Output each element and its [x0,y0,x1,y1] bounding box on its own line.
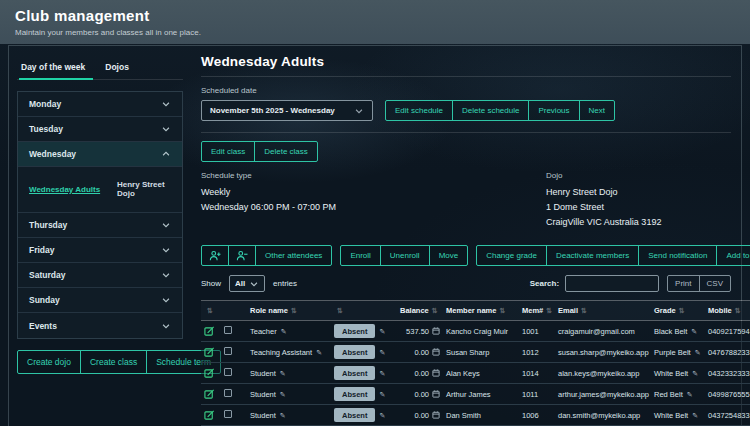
other-attendees-button[interactable]: Other attendees [256,246,331,265]
tab-dojos[interactable]: Dojos [103,58,131,79]
sort-icon[interactable]: ⇅ [337,307,343,314]
move-button[interactable]: Move [430,246,468,265]
table-header-row: ⇅Role name⇅⇅Balance⇅Member name⇅Mem#⇅Ema… [201,301,750,321]
day-item-monday[interactable]: Monday [18,92,182,117]
row-checkbox[interactable] [224,347,232,355]
edit-pencil-icon[interactable]: ✎ [695,349,701,356]
edit-attendance-icon[interactable] [204,389,218,400]
show-label: Show [201,279,221,288]
next-button[interactable]: Next [580,101,614,120]
column-header-grade[interactable]: Grade⇅ [651,301,705,321]
edit-pencil-icon[interactable]: ✎ [379,391,385,398]
tab-day-of-the-week[interactable]: Day of the week [19,58,87,79]
edit-pencil-icon[interactable]: ✎ [280,391,286,398]
sort-icon[interactable]: ⇅ [735,307,741,314]
edit-attendance-icon[interactable] [204,347,218,358]
day-item-thursday[interactable]: Thursday [18,213,182,238]
day-item-saturday[interactable]: Saturday [18,263,182,288]
mobile-value: 0409217594 [708,327,750,336]
sort-icon[interactable]: ⇅ [207,307,213,314]
attendance-status-button[interactable]: Absent [334,408,375,422]
grade-value: Red Belt [654,390,683,399]
change-grade-button[interactable]: Change grade [477,246,547,265]
entries-select[interactable]: All [229,275,265,292]
row-checkbox[interactable] [224,326,232,334]
day-item-tuesday[interactable]: Tuesday [18,117,182,142]
send-notification-button[interactable]: Send notification [639,246,717,265]
edit-attendance-icon[interactable] [204,368,218,379]
csv-button[interactable]: CSV [700,276,730,291]
row-checkbox[interactable] [224,410,232,418]
column-header-email[interactable]: Email⇅ [555,301,651,321]
column-header-balance[interactable]: Balance⇅ [397,301,443,321]
row-checkbox[interactable] [224,368,232,376]
day-item-wednesday[interactable]: Wednesday [18,142,182,167]
edit-pencil-icon[interactable]: ✎ [692,370,698,377]
attendance-status-button[interactable]: Absent [334,324,375,338]
edit-pencil-icon[interactable]: ✎ [316,349,322,356]
attendance-status-button[interactable]: Absent [334,387,375,401]
member-name-cell: Susan Sharp [443,342,519,363]
edit-pencil-icon[interactable]: ✎ [379,370,385,377]
edit-attendance-icon[interactable] [204,326,218,337]
column-label: Role name [250,306,288,315]
class-link[interactable]: Wednesday Adults [29,185,117,194]
sort-icon[interactable]: ⇅ [432,307,438,314]
sort-icon[interactable]: ⇅ [499,307,505,314]
invoices-icon[interactable] [429,390,440,399]
edit-attendance-icon[interactable] [204,410,218,421]
invoices-icon[interactable] [429,348,440,357]
person-minus-icon[interactable] [229,246,256,265]
toolbar-group: EnrollUnenrollMove [340,245,468,266]
day-accordion: MondayTuesdayWednesdayWednesday AdultsHe… [17,91,183,339]
column-header-blank[interactable]: ⇅ [331,301,397,321]
create-dojo-button[interactable]: Create dojo [18,351,81,373]
edit-pencil-icon[interactable]: ✎ [280,412,286,419]
scheduled-date-select[interactable]: November 5th 2025 - Wednesday [201,100,373,121]
edit-pencil-icon[interactable]: ✎ [687,391,693,398]
day-item-friday[interactable]: Friday [18,238,182,263]
edit-pencil-icon[interactable]: ✎ [280,370,286,377]
edit-pencil-icon[interactable]: ✎ [692,412,698,419]
unenroll-button[interactable]: Unenroll [381,246,430,265]
delete-class-button[interactable]: Delete class [255,142,317,161]
edit-class-button[interactable]: Edit class [202,142,255,161]
print-button[interactable]: Print [668,276,699,291]
sort-icon[interactable]: ⇅ [581,307,587,314]
invoices-icon[interactable] [429,411,440,420]
person-plus-icon[interactable] [202,246,229,265]
scheduled-date-label: Scheduled date [201,86,731,95]
column-header-mobile[interactable]: Mobile⇅ [705,301,750,321]
add-to-event-button[interactable]: Add to event [717,246,750,265]
mobile-value: 0499876555 [708,390,750,399]
delete-schedule-button[interactable]: Delete schedule [453,101,529,120]
edit-schedule-button[interactable]: Edit schedule [386,101,453,120]
invoices-icon[interactable] [429,369,440,378]
edit-pencil-icon[interactable]: ✎ [281,328,287,335]
previous-button[interactable]: Previous [529,101,579,120]
column-header-mem-[interactable]: Mem#⇅ [519,301,555,321]
enroll-button[interactable]: Enroll [341,246,380,265]
table-row: Teacher✎Absent✎537.50Kancho Craig Muir10… [201,321,750,342]
sort-icon[interactable]: ⇅ [679,307,685,314]
column-header-member-name[interactable]: Member name⇅ [443,301,519,321]
edit-pencil-icon[interactable]: ✎ [379,328,385,335]
deactivate-members-button[interactable]: Deactivate members [547,246,639,265]
sort-icon[interactable]: ⇅ [546,307,552,314]
invoices-icon[interactable] [429,327,440,336]
day-item-events[interactable]: Events [18,313,182,338]
day-label: Friday [29,245,55,255]
row-checkbox[interactable] [224,389,232,397]
create-class-button[interactable]: Create class [81,351,147,373]
edit-pencil-icon[interactable]: ✎ [379,349,385,356]
attendance-status-button[interactable]: Absent [334,366,375,380]
edit-pencil-icon[interactable]: ✎ [379,412,385,419]
edit-pencil-icon[interactable]: ✎ [691,328,697,335]
column-header-blank[interactable]: ⇅ [201,301,221,321]
sort-icon[interactable]: ⇅ [291,307,297,314]
attendance-status-button[interactable]: Absent [334,345,375,359]
column-header-role-name[interactable]: Role name⇅ [247,301,331,321]
search-input[interactable] [565,275,659,292]
day-item-sunday[interactable]: Sunday [18,288,182,313]
schedule-type-label: Schedule type [201,171,546,180]
